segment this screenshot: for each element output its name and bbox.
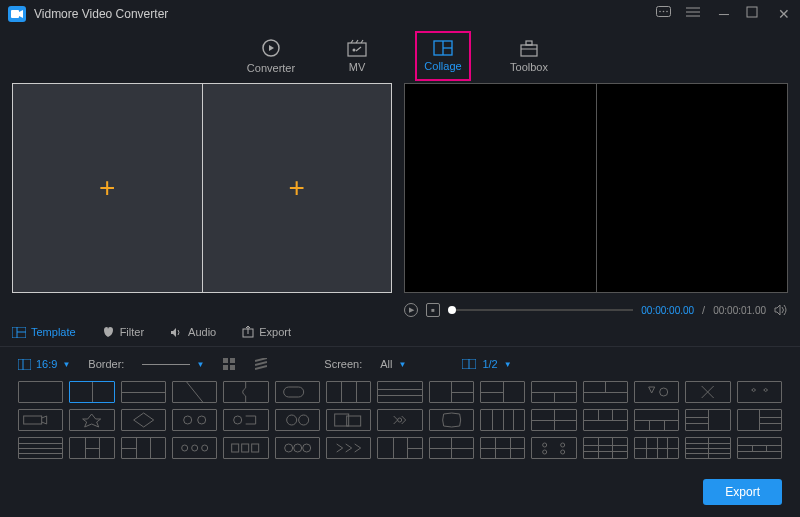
template-cell[interactable] [377,409,422,431]
template-cell[interactable] [223,381,268,403]
template-cell[interactable] [480,381,525,403]
tab-converter[interactable]: Converter [243,31,299,81]
template-cell[interactable] [121,409,166,431]
split-dropdown[interactable]: 1/2 ▼ [462,358,511,370]
screen-dropdown[interactable]: All ▼ [380,358,406,370]
template-cell[interactable] [685,437,730,459]
template-cell[interactable] [172,381,217,403]
audio-icon [170,327,183,338]
svg-point-56 [543,443,547,447]
menu-icon[interactable] [686,6,702,22]
template-cell[interactable] [634,409,679,431]
template-cell[interactable] [480,437,525,459]
svg-rect-27 [230,365,235,370]
template-cell[interactable] [69,409,114,431]
subtab-audio[interactable]: Audio [170,326,216,338]
template-cell[interactable] [326,437,371,459]
border-style-dropdown[interactable]: ▼ [142,360,204,369]
volume-icon[interactable] [774,304,788,316]
template-cell[interactable] [583,409,628,431]
svg-rect-25 [230,358,235,363]
subtab-filter[interactable]: Filter [102,326,144,338]
collage-slot-2[interactable]: + [203,84,392,292]
template-cell[interactable] [737,409,782,431]
preview-slot-1 [405,84,597,292]
template-cell[interactable] [275,409,320,431]
template-cell[interactable] [429,381,474,403]
template-cell[interactable] [121,437,166,459]
template-cell[interactable] [737,437,782,459]
template-cell[interactable] [480,409,525,431]
template-cell[interactable] [583,437,628,459]
template-cell[interactable] [172,437,217,459]
template-cell[interactable] [172,409,217,431]
close-button[interactable]: ✕ [776,6,792,22]
template-cell[interactable] [275,437,320,459]
minimize-button[interactable]: ─ [716,6,732,22]
svg-rect-8 [747,7,757,17]
template-cell[interactable] [326,409,371,431]
template-cell[interactable] [634,437,679,459]
main-area: + + [0,83,800,298]
tab-label: MV [349,61,366,73]
template-cell[interactable] [583,381,628,403]
footer: Export [703,479,782,505]
template-cell[interactable] [634,381,679,403]
template-cell[interactable] [18,409,63,431]
aspect-ratio-dropdown[interactable]: 16:9 ▼ [18,358,70,370]
svg-rect-15 [521,45,537,56]
template-cell[interactable] [69,381,114,403]
tab-label: Toolbox [510,61,548,73]
svg-rect-52 [252,444,259,452]
svg-marker-38 [133,413,153,427]
template-cell[interactable] [18,437,63,459]
template-cell[interactable] [223,409,268,431]
player-controls: ▶ ■ 00:00:00.00/00:00:01.00 [0,298,800,320]
template-cell[interactable] [121,381,166,403]
split-icon [462,359,476,369]
feedback-icon[interactable] [656,6,672,22]
collage-slot-1[interactable]: + [13,84,203,292]
pattern-button[interactable] [254,357,268,371]
template-cell[interactable] [69,437,114,459]
subtab-label: Template [31,326,76,338]
template-cell[interactable] [531,381,576,403]
maximize-button[interactable] [746,6,762,22]
subtab-template[interactable]: Template [12,326,76,338]
color-picker-button[interactable] [222,357,236,371]
subtab-export[interactable]: Export [242,326,291,338]
template-cell[interactable] [685,381,730,403]
stop-button[interactable]: ■ [426,303,440,317]
preview-panel [404,83,788,293]
subtab-label: Audio [188,326,216,338]
collage-edit-panel: + + [12,83,392,293]
export-icon [242,326,254,338]
add-icon: + [289,172,305,204]
app-logo-icon [8,6,26,22]
tab-label: Converter [247,62,295,74]
toolbox-icon [519,39,539,57]
seek-track[interactable] [448,309,633,311]
border-label: Border: [88,358,124,370]
template-cell[interactable] [377,437,422,459]
svg-point-48 [192,445,198,451]
tab-mv[interactable]: MV [329,31,385,81]
template-cell[interactable] [429,437,474,459]
play-button[interactable]: ▶ [404,303,418,317]
template-cell[interactable] [326,381,371,403]
template-cell[interactable] [275,381,320,403]
template-cell[interactable] [223,437,268,459]
tab-collage[interactable]: Collage [415,31,471,81]
template-cell[interactable] [531,409,576,431]
template-cell[interactable] [531,437,576,459]
template-cell[interactable] [737,381,782,403]
template-cell[interactable] [377,381,422,403]
template-cell[interactable] [685,409,730,431]
tab-toolbox[interactable]: Toolbox [501,31,557,81]
export-button[interactable]: Export [703,479,782,505]
template-cell[interactable] [18,381,63,403]
template-cell[interactable] [429,409,474,431]
filter-icon [102,326,115,338]
converter-icon [261,38,281,58]
seek-thumb[interactable] [448,306,456,314]
